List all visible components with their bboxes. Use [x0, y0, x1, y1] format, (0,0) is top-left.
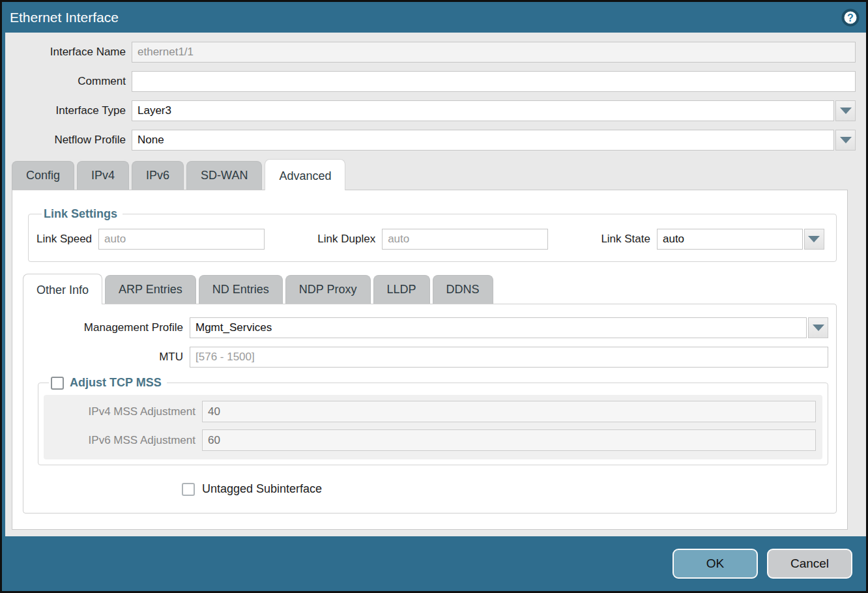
untagged-subinterface-row: Untagged Subinterface: [182, 482, 828, 496]
dialog-body: Interface Name Comment Interface Type La…: [5, 33, 866, 536]
comment-row: Comment: [5, 71, 856, 92]
interface-name-row: Interface Name: [5, 42, 856, 63]
netflow-profile-row: Netflow Profile None: [5, 130, 856, 151]
link-speed-group: Link Speed: [36, 229, 265, 250]
link-state-label: Link State: [601, 233, 657, 246]
inner-tab-strip: Other Info ARP Entries ND Entries NDP Pr…: [23, 274, 837, 304]
help-icon[interactable]: ?: [841, 8, 860, 27]
link-state-value[interactable]: auto: [657, 229, 803, 250]
chevron-down-icon: [813, 325, 824, 331]
interface-type-select[interactable]: Layer3: [132, 100, 856, 121]
management-profile-label: Management Profile: [31, 321, 190, 334]
comment-label: Comment: [5, 75, 132, 88]
mtu-row: MTU: [31, 347, 828, 368]
management-profile-value[interactable]: Mgmt_Services: [190, 317, 807, 338]
chevron-down-icon: [840, 108, 852, 114]
ipv6-mss-row: IPv6 MSS Adjustment: [44, 429, 816, 451]
advanced-tab-panel: Link Settings Link Speed Link Duplex Lin…: [12, 190, 848, 530]
tab-other-info[interactable]: Other Info: [23, 274, 102, 304]
tab-ndp-proxy[interactable]: NDP Proxy: [285, 275, 371, 304]
link-settings-legend: Link Settings: [42, 207, 123, 221]
link-duplex-label: Link Duplex: [317, 233, 382, 246]
ipv6-mss-input: [202, 429, 816, 451]
other-info-panel: Management Profile Mgmt_Services MTU: [23, 304, 837, 513]
management-profile-row: Management Profile Mgmt_Services: [31, 317, 828, 338]
link-speed-input[interactable]: [98, 229, 265, 250]
chevron-down-icon: [808, 236, 820, 242]
ok-button[interactable]: OK: [673, 549, 758, 579]
untagged-subinterface-checkbox[interactable]: [182, 483, 195, 496]
netflow-profile-dropdown-button[interactable]: [835, 130, 856, 151]
tab-nd-entries[interactable]: ND Entries: [199, 275, 283, 304]
cancel-button[interactable]: Cancel: [767, 549, 852, 579]
ipv4-mss-label: IPv4 MSS Adjustment: [44, 405, 202, 418]
management-profile-select[interactable]: Mgmt_Services: [190, 317, 828, 338]
interface-type-value[interactable]: Layer3: [132, 100, 834, 121]
tab-ipv6[interactable]: IPv6: [132, 161, 184, 190]
link-duplex-group: Link Duplex: [317, 229, 548, 250]
link-state-select[interactable]: auto: [657, 229, 824, 250]
untagged-subinterface-label: Untagged Subinterface: [202, 482, 322, 496]
management-profile-dropdown-button[interactable]: [808, 317, 828, 338]
svg-text:?: ?: [847, 12, 854, 23]
link-duplex-input[interactable]: [382, 229, 548, 250]
mtu-input[interactable]: [190, 347, 828, 368]
title-bar: Ethernet Interface ?: [2, 2, 866, 33]
comment-input[interactable]: [132, 71, 856, 92]
ipv6-mss-label: IPv6 MSS Adjustment: [44, 434, 202, 447]
interface-name-label: Interface Name: [5, 46, 132, 59]
interface-name-input: [132, 42, 856, 63]
link-settings-row: Link Speed Link Duplex Link State auto: [36, 229, 828, 250]
main-tab-strip: Config IPv4 IPv6 SD-WAN Advanced: [12, 159, 856, 190]
link-settings-fieldset: Link Settings Link Speed Link Duplex Lin…: [28, 207, 837, 262]
tab-config[interactable]: Config: [12, 161, 74, 190]
netflow-profile-value[interactable]: None: [132, 130, 834, 151]
adjust-tcp-mss-fieldset: Adjust TCP MSS IPv4 MSS Adjustment IPv6 …: [38, 376, 828, 465]
link-state-dropdown-button[interactable]: [804, 229, 824, 250]
ipv4-mss-row: IPv4 MSS Adjustment: [44, 401, 816, 422]
interface-type-row: Interface Type Layer3: [5, 100, 856, 121]
dialog-footer: OK Cancel: [2, 536, 866, 591]
tab-arp-entries[interactable]: ARP Entries: [105, 275, 196, 304]
dialog-title: Ethernet Interface: [10, 10, 119, 25]
chevron-down-icon: [840, 137, 852, 143]
link-speed-label: Link Speed: [36, 233, 98, 246]
mss-disabled-panel: IPv4 MSS Adjustment IPv6 MSS Adjustment: [44, 395, 822, 459]
interface-type-dropdown-button[interactable]: [835, 100, 856, 121]
adjust-tcp-mss-legend: Adjust TCP MSS: [49, 376, 167, 390]
link-state-group: Link State auto: [601, 229, 824, 250]
tab-sd-wan[interactable]: SD-WAN: [186, 161, 262, 190]
tab-ddns[interactable]: DDNS: [433, 275, 493, 304]
ethernet-interface-dialog: Ethernet Interface ? Interface Name Comm…: [0, 0, 868, 593]
interface-type-label: Interface Type: [5, 104, 132, 117]
netflow-profile-select[interactable]: None: [132, 130, 856, 151]
tab-lldp[interactable]: LLDP: [373, 275, 430, 304]
mtu-label: MTU: [31, 351, 190, 364]
tab-ipv4[interactable]: IPv4: [77, 161, 129, 190]
adjust-tcp-mss-checkbox[interactable]: [51, 377, 64, 390]
adjust-tcp-mss-legend-text: Adjust TCP MSS: [70, 376, 162, 390]
tab-advanced[interactable]: Advanced: [265, 159, 345, 190]
ipv4-mss-input: [202, 401, 816, 422]
netflow-profile-label: Netflow Profile: [5, 134, 132, 147]
